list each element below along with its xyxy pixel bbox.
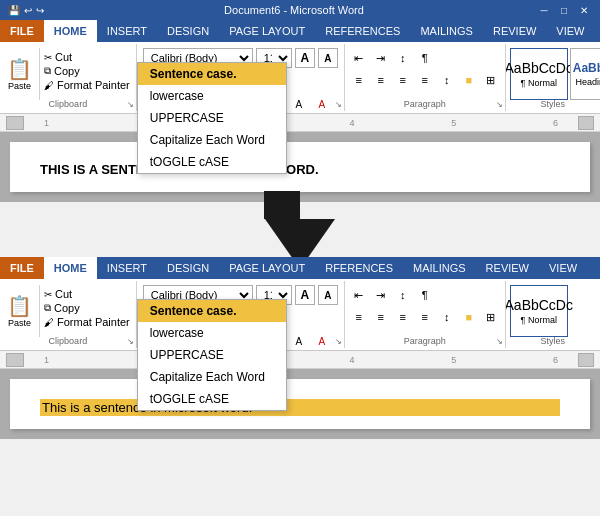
align-right-btn[interactable]: ≡ [393,70,413,90]
scissors-icon-bottom: ✂ [44,289,52,300]
window-controls[interactable]: ─ □ ✕ [536,3,592,17]
paste-icon: 📋 [7,57,32,81]
tab-home[interactable]: HOME [44,20,97,42]
justify-btn[interactable]: ≡ [415,70,435,90]
capitalize-each-word-item-bottom[interactable]: Capitalize Each Word [138,366,286,388]
doc-text-top: THIS IS A SENTENCE IN MICROSOFT WORD. [40,162,560,177]
tab-references[interactable]: REFERENCES [315,20,410,42]
increase-font-btn-bottom[interactable]: A [295,285,315,305]
ribbon-bottom: 📋 Paste ✂ Cut ⧉ Copy 🖌 Format Painter Cl… [0,279,600,351]
tab-page-layout-bottom[interactable]: PAGE LAYOUT [219,257,315,279]
copy-label-bottom: Copy [54,302,80,314]
paragraph-group-bottom: ⇤ ⇥ ↕ ¶ ≡ ≡ ≡ ≡ ↕ ■ ⊞ Paragraph ↘ [345,281,506,348]
lowercase-item[interactable]: lowercase [138,85,286,107]
increase-indent-btn-bottom[interactable]: ⇥ [371,285,391,305]
cut-label-bottom: Cut [55,288,72,300]
styles-group-label-bottom: Styles [506,336,600,346]
tab-references-bottom[interactable]: RFERENCES [315,257,403,279]
borders-btn-bottom[interactable]: ⊞ [481,307,501,327]
line-spacing-btn-bottom[interactable]: ↕ [437,307,457,327]
paragraph-expand-icon[interactable]: ↘ [496,100,503,109]
uppercase-item-bottom[interactable]: UPPERCASE [138,344,286,366]
increase-font-btn[interactable]: A [295,48,315,68]
paste-icon-bottom: 📋 [7,294,32,318]
paste-button[interactable]: 📋 Paste [4,48,40,100]
close-button[interactable]: ✕ [576,3,592,17]
format-painter-button-bottom[interactable]: 🖌 Format Painter [42,315,132,329]
lowercase-item-bottom[interactable]: lowercase [138,322,286,344]
tab-view[interactable]: VIEW [546,20,594,42]
normal-style-btn-bottom[interactable]: AaBbCcDc ¶ Normal [510,285,568,337]
copy-icon: ⧉ [44,65,51,77]
shading-btn[interactable]: ■ [459,70,479,90]
ruler-corner-bottom[interactable] [6,353,24,367]
sentence-case-item[interactable]: Sentence case. [138,63,286,85]
ruler-end-bottom[interactable] [578,353,594,367]
font-expand-icon-bottom[interactable]: ↘ [335,337,342,346]
sentence-case-item-bottom[interactable]: Sentence case. [138,300,286,322]
align-center-btn-bottom[interactable]: ≡ [371,307,391,327]
change-case-dropdown: Sentence case. lowercase UPPERCASE Capit… [137,62,287,174]
increase-indent-btn[interactable]: ⇥ [371,48,391,68]
copy-button-bottom[interactable]: ⧉ Copy [42,301,132,315]
normal-style-btn[interactable]: AaBbCcDc ¶ Normal [510,48,568,100]
ruler-top: 123456 [0,114,600,132]
uppercase-item[interactable]: UPPERCASE [138,107,286,129]
capitalize-each-word-item[interactable]: Capitalize Each Word [138,129,286,151]
align-right-btn-bottom[interactable]: ≡ [393,307,413,327]
sort-btn-bottom[interactable]: ↕ [393,285,413,305]
clipboard-items-bottom: ✂ Cut ⧉ Copy 🖌 Format Painter [42,285,132,334]
tab-mailings[interactable]: MAILINGS [410,20,483,42]
shading-btn-bottom[interactable]: ■ [459,307,479,327]
tab-insert-bottom[interactable]: INSERT [97,257,157,279]
ruler-corner[interactable] [6,116,24,130]
clipboard-expand-icon[interactable]: ↘ [127,100,134,109]
ruler-marks-bottom: 123456 [24,355,578,365]
tab-design-bottom[interactable]: DESIGN [157,257,219,279]
doc-area-bottom[interactable]: This is a sentence in microsoft word. [0,369,600,439]
tab-design[interactable]: DESIGN [157,20,219,42]
cut-button-bottom[interactable]: ✂ Cut [42,287,132,301]
align-center-btn[interactable]: ≡ [371,70,391,90]
decrease-font-btn-bottom[interactable]: A [318,285,338,305]
tab-review-bottom[interactable]: REVIEW [476,257,539,279]
doc-page-bottom: This is a sentence in microsoft word. [10,379,590,429]
maximize-button[interactable]: □ [556,3,572,17]
minimize-button[interactable]: ─ [536,3,552,17]
paragraph-group: ⇤ ⇥ ↕ ¶ ≡ ≡ ≡ ≡ ↕ ■ ⊞ Paragraph ↘ [345,44,506,111]
justify-btn-bottom[interactable]: ≡ [415,307,435,327]
tab-file-bottom[interactable]: FILE [0,257,44,279]
toggle-case-item[interactable]: tOGGLE cASE [138,151,286,173]
format-painter-label: Format Painter [57,79,130,91]
heading1-style-btn[interactable]: AaBbCc Heading 1 [570,48,600,100]
tab-view-bottom[interactable]: VIEW [539,257,587,279]
font-expand-icon[interactable]: ↘ [335,100,342,109]
show-marks-btn[interactable]: ¶ [415,48,435,68]
paste-button-bottom[interactable]: 📋 Paste [4,285,40,337]
cut-button[interactable]: ✂ Cut [42,50,132,64]
show-marks-btn-bottom[interactable]: ¶ [415,285,435,305]
doc-area-top[interactable]: THIS IS A SENTENCE IN MICROSOFT WORD. [0,132,600,202]
line-spacing-btn[interactable]: ↕ [437,70,457,90]
decrease-indent-btn-bottom[interactable]: ⇤ [349,285,369,305]
borders-btn[interactable]: ⊞ [481,70,501,90]
align-left-btn[interactable]: ≡ [349,70,369,90]
tab-file[interactable]: FILE [0,20,44,42]
clipboard-expand-icon-bottom[interactable]: ↘ [127,337,134,346]
align-left-btn-bottom[interactable]: ≡ [349,307,369,327]
sort-btn[interactable]: ↕ [393,48,413,68]
tab-insert[interactable]: INSERT [97,20,157,42]
paragraph-expand-icon-bottom[interactable]: ↘ [496,337,503,346]
tab-review[interactable]: REVIEW [483,20,546,42]
heading1-label: Heading 1 [576,77,600,87]
tab-page-layout[interactable]: PAGE LAYOUT [219,20,315,42]
decrease-font-btn[interactable]: A [318,48,338,68]
tab-mailings-bottom[interactable]: MAILINGS [403,257,476,279]
ruler-end[interactable] [578,116,594,130]
format-painter-label-bottom: Format Painter [57,316,130,328]
toggle-case-item-bottom[interactable]: tOGGLE cASE [138,388,286,410]
decrease-indent-btn[interactable]: ⇤ [349,48,369,68]
tab-home-bottom[interactable]: HOME [44,257,97,279]
copy-button[interactable]: ⧉ Copy [42,64,132,78]
format-painter-button[interactable]: 🖌 Format Painter [42,78,132,92]
